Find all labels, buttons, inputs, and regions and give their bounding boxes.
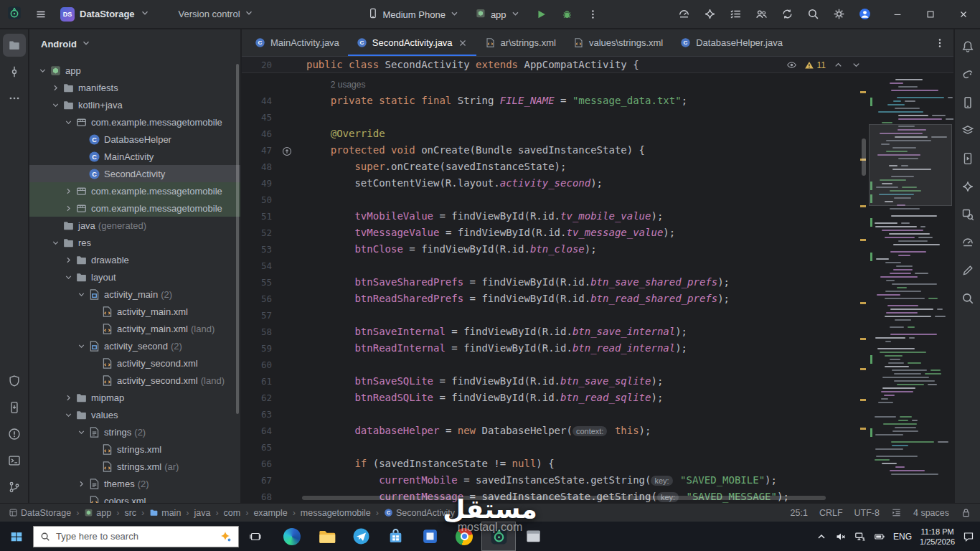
tree-item-strings-xml[interactable]: strings.xml — [29, 441, 240, 458]
tree-item-kotlin-java[interactable]: kotlin+java — [29, 96, 240, 113]
layout-inspector-button[interactable] — [956, 259, 979, 282]
code-line[interactable]: 60 — [242, 357, 953, 373]
tree-item-activity-main-xml-land[interactable]: activity_main.xml (land) — [29, 320, 240, 337]
gradle-button[interactable] — [956, 63, 979, 86]
code-line[interactable]: 47 protected void onCreate(Bundle savedI… — [242, 142, 953, 159]
project-folder-button[interactable] — [3, 34, 26, 57]
line-number[interactable]: 56 — [242, 291, 278, 307]
project-scrollbar[interactable] — [236, 64, 239, 414]
line-number[interactable]: 47 — [242, 142, 278, 159]
device-selector[interactable]: Medium Phone — [363, 5, 463, 24]
start-button[interactable] — [0, 522, 33, 551]
breadcrumb-src[interactable]: src — [124, 508, 136, 518]
taskbar-app-app-window[interactable] — [516, 522, 550, 551]
tree-item-themes-2[interactable]: themes (2) — [29, 475, 240, 492]
tree-item-manifests[interactable]: manifests — [29, 79, 240, 96]
expand-chevron-icon[interactable] — [62, 202, 74, 214]
line-number[interactable]: 48 — [242, 159, 278, 175]
taskbar-app-app-blue-round[interactable] — [344, 522, 378, 551]
terminal-button[interactable] — [3, 449, 26, 472]
project-view-selector[interactable]: Android — [29, 29, 240, 58]
shield-button[interactable] — [3, 369, 26, 392]
minimap[interactable] — [870, 58, 951, 494]
resource-manager-button[interactable] — [956, 287, 979, 310]
tree-item-java-generated[interactable]: java (generated) — [29, 217, 240, 234]
tree-item-values[interactable]: values — [29, 406, 240, 423]
line-number[interactable]: 46 — [242, 126, 278, 142]
tree-item-colors-xml[interactable]: colors.xml — [29, 492, 240, 503]
code-line[interactable]: 48 super.onCreate(savedInstanceState); — [242, 159, 953, 175]
expand-chevron-icon[interactable] — [75, 288, 87, 300]
line-number[interactable]: 55 — [242, 274, 278, 291]
code-line[interactable]: 54 — [242, 258, 953, 274]
tree-item-app[interactable]: app — [29, 62, 240, 79]
code-line[interactable]: 46 @Override — [242, 126, 953, 142]
editor-tab-ar-strings-xml[interactable]: ar\strings.xml — [476, 29, 565, 56]
device-manager-button[interactable] — [956, 91, 979, 114]
line-number[interactable]: 60 — [242, 357, 278, 373]
action-center-button[interactable] — [963, 531, 974, 542]
code-line[interactable]: 67 currentMobile = savedInstanceState.ge… — [242, 472, 953, 489]
expand-chevron-icon[interactable] — [62, 409, 74, 420]
debug-button[interactable] — [558, 5, 577, 24]
taskbar-app-android-studio[interactable] — [481, 522, 516, 551]
tree-item-com-example-messagetomobile[interactable]: com.example.messagetomobile — [29, 182, 240, 199]
clock[interactable]: 11:18 PM 1/25/2026 — [920, 527, 955, 547]
expand-chevron-icon[interactable] — [50, 237, 61, 248]
code-line[interactable]: 51 tvMobileValue = findViewById(R.id.tv_… — [242, 208, 953, 225]
code-line[interactable]: 52 tvMessageValue = findViewById(R.id.tv… — [242, 225, 953, 241]
code-line[interactable]: 61 btnSaveSQLite = findViewById(R.id.btn… — [242, 373, 953, 390]
code-line[interactable]: 44 private static final String FILE_NAME… — [242, 93, 953, 109]
expand-chevron-icon[interactable] — [62, 254, 74, 265]
taskbar-search[interactable]: Type here to search — [33, 526, 239, 547]
battery-icon[interactable] — [874, 531, 885, 542]
code-line[interactable]: 65 — [242, 439, 953, 456]
line-number[interactable]: 62 — [242, 390, 278, 406]
expand-chevron-icon[interactable] — [50, 82, 61, 93]
tree-item-activity-main-xml[interactable]: activity_main.xml — [29, 303, 240, 320]
volume-muted-icon[interactable] — [835, 531, 847, 542]
editor-tab-mainactivity-java[interactable]: CMainActivity.java — [246, 29, 348, 56]
breadcrumb-example[interactable]: example — [253, 508, 287, 518]
line-number[interactable]: 49 — [242, 175, 278, 192]
bing-sparkle-icon[interactable] — [219, 530, 232, 543]
editor-horizontal-scrollbar[interactable] — [302, 496, 826, 500]
expand-chevron-icon[interactable] — [75, 340, 87, 352]
commit-button[interactable] — [3, 60, 26, 83]
line-number[interactable]: 58 — [242, 324, 278, 340]
line-number[interactable]: 57 — [242, 307, 278, 324]
line-number[interactable]: 66 — [242, 456, 278, 472]
code-line[interactable]: 50 — [242, 192, 953, 208]
expand-chevron-icon[interactable] — [75, 426, 87, 438]
project-widget[interactable]: DS DataStorage — [60, 7, 150, 22]
breadcrumb-java[interactable]: java — [194, 508, 211, 518]
tree-item-activity-second-xml-land[interactable]: activity_second.xml (land) — [29, 372, 240, 389]
line-number[interactable] — [242, 76, 278, 93]
build-analyzer-button[interactable] — [956, 231, 979, 254]
code-editor[interactable]: 2 usages44 private static final String F… — [242, 73, 953, 503]
vcs-widget[interactable]: Version control — [179, 8, 254, 20]
todo-icon[interactable] — [725, 4, 746, 25]
line-number[interactable]: 20 — [242, 57, 278, 73]
structure-button[interactable] — [956, 119, 979, 142]
tree-item-activity-second-xml[interactable]: activity_second.xml — [29, 354, 240, 372]
tree-item-secondactivity[interactable]: CSecondActivity — [29, 165, 240, 182]
taskbar-app-edge[interactable] — [275, 522, 309, 551]
file-encoding[interactable]: UTF-8 — [854, 508, 880, 518]
tree-item-mipmap[interactable]: mipmap — [29, 389, 240, 406]
line-number[interactable]: 51 — [242, 208, 278, 225]
tree-item-com-example-messagetomobile[interactable]: com.example.messagetomobile — [29, 113, 240, 131]
tree-item-mainactivity[interactable]: CMainActivity — [29, 148, 240, 165]
tree-item-strings-xml-ar[interactable]: strings.xml (ar) — [29, 458, 240, 475]
tree-item-databasehelper[interactable]: CDatabaseHelper — [29, 131, 240, 148]
caret-position[interactable]: 25:1 — [791, 508, 808, 518]
code-line[interactable]: 58 btnSaveInternal = findViewById(R.id.b… — [242, 324, 953, 340]
inspections-widget[interactable]: 11 — [786, 57, 862, 73]
run-config-selector[interactable]: app — [471, 5, 525, 24]
line-number[interactable]: 63 — [242, 406, 278, 423]
tab-options-button[interactable] — [930, 34, 949, 52]
breadcrumb-main[interactable]: main — [149, 508, 181, 518]
line-number[interactable]: 45 — [242, 109, 278, 126]
line-number[interactable]: 52 — [242, 225, 278, 241]
app-inspection-button[interactable] — [956, 203, 979, 226]
